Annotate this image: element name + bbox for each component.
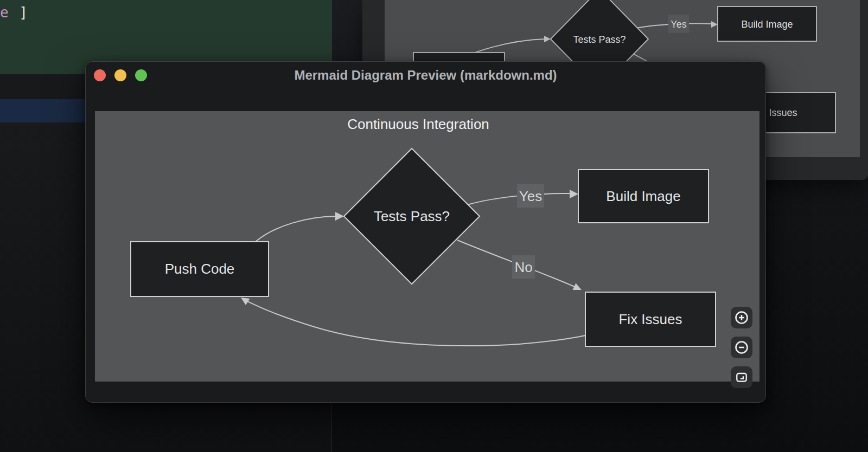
code-line: e ] <box>0 4 29 21</box>
fit-view-button[interactable] <box>731 366 752 388</box>
diagram-svg: Continuous Integration Tests Pass? <box>95 111 760 382</box>
bg-arrowhead <box>544 36 551 42</box>
maximize-button[interactable] <box>135 69 147 81</box>
close-button[interactable] <box>94 69 106 81</box>
window-titlebar[interactable]: Mermaid Diagram Preview (markdown.md) <box>86 62 765 89</box>
bg-edge-label-yes: Yes <box>671 19 686 30</box>
node-fix-issues-label: Fix Issues <box>618 311 682 327</box>
code-token-bracket: ] <box>19 4 29 21</box>
diagram-canvas[interactable]: Continuous Integration Tests Pass? <box>95 111 760 382</box>
bg-arrowhead <box>711 21 718 28</box>
zoom-in-button[interactable] <box>731 307 752 328</box>
arrowhead <box>335 212 344 221</box>
fit-view-icon <box>734 370 749 385</box>
bg-node-build-image-label: Build Image <box>741 19 793 30</box>
bg-node-tests-pass-label: Tests Pass? <box>573 34 626 45</box>
circle-minus-icon <box>734 340 749 355</box>
window-title: Mermaid Diagram Preview (markdown.md) <box>86 68 765 83</box>
mermaid-preview-window: Mermaid Diagram Preview (markdown.md) Co… <box>85 61 766 403</box>
edge-label-no: No <box>514 259 532 275</box>
diagram-title: Continuous Integration <box>347 116 489 132</box>
desktop-background: e ] Tests Pass? <box>0 0 868 452</box>
node-push-code-label: Push Code <box>165 261 235 277</box>
node-tests-pass-label: Tests Pass? <box>374 208 450 224</box>
node-build-image-label: Build Image <box>606 188 680 204</box>
code-token-string: e <box>0 4 10 21</box>
zoom-controls <box>731 307 752 388</box>
zoom-out-button[interactable] <box>731 337 752 358</box>
edge-push-tests <box>256 216 337 242</box>
edge-label-yes: Yes <box>519 188 542 204</box>
circle-plus-icon <box>734 310 749 325</box>
edge-fix-push <box>245 300 585 346</box>
arrowhead <box>570 190 578 198</box>
minimize-button[interactable] <box>114 69 126 81</box>
